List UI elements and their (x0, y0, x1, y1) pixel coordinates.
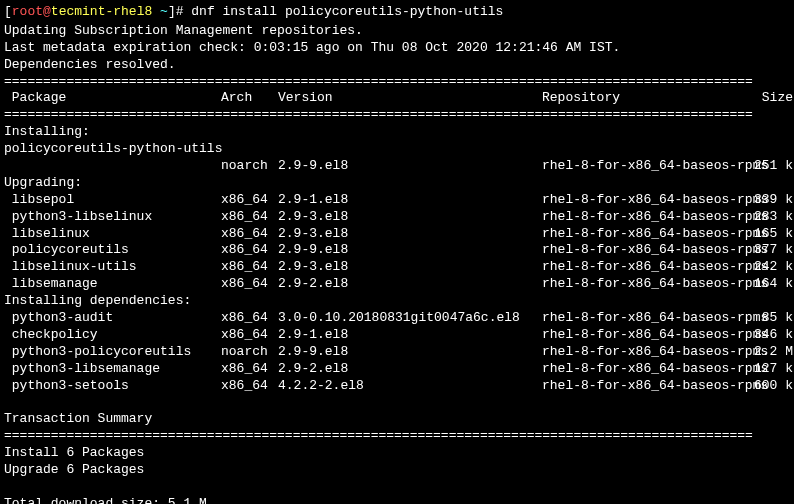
cell-repo: rhel-8-for-x86_64-baseos-rpms (542, 226, 751, 243)
cell-repo: rhel-8-for-x86_64-baseos-rpms (542, 192, 751, 209)
table-row: libselinux-utilsx86_642.9-3.el8rhel-8-fo… (4, 259, 790, 276)
header-arch: Arch (221, 90, 278, 107)
cell-package: python3-setools (4, 378, 221, 395)
cell-arch: x86_64 (221, 192, 278, 209)
shell-prompt[interactable]: [root@tecmint-rhel8 ~]# dnf install poli… (4, 4, 790, 21)
bracket-open: [ (4, 4, 12, 19)
cell-repo: rhel-8-for-x86_64-baseos-rpms (542, 209, 751, 226)
cell-arch: x86_64 (221, 276, 278, 293)
cell-version: 2.9-2.el8 (278, 276, 542, 293)
cell-version: 2.9-1.el8 (278, 327, 542, 344)
table-row: noarch 2.9-9.el8 rhel-8-for-x86_64-baseo… (4, 158, 790, 175)
cell-size: 164 k (751, 276, 793, 293)
cell-repo: rhel-8-for-x86_64-baseos-rpms (542, 259, 751, 276)
cell-size: 127 k (751, 361, 793, 378)
command-text: dnf install policycoreutils-python-utils (191, 4, 503, 19)
cell-package: python3-libsemanage (4, 361, 221, 378)
cell-arch: x86_64 (221, 242, 278, 259)
table-row: libsepolx86_642.9-1.el8rhel-8-for-x86_64… (4, 192, 790, 209)
cell-arch: noarch (221, 158, 278, 175)
cell-package (4, 158, 221, 175)
cell-arch: x86_64 (221, 378, 278, 395)
section-upgrading: Upgrading: (4, 175, 790, 192)
summary-install: Install 6 Packages (4, 445, 790, 462)
cell-repo: rhel-8-for-x86_64-baseos-rpms (542, 378, 751, 395)
section-installing-deps: Installing dependencies: (4, 293, 790, 310)
output-line: Updating Subscription Management reposit… (4, 23, 790, 40)
prompt-user: root (12, 4, 43, 19)
cell-arch: x86_64 (221, 209, 278, 226)
prompt-at: @ (43, 4, 51, 19)
cell-version: 4.2.2-2.el8 (278, 378, 542, 395)
output-line: Last metadata expiration check: 0:03:15 … (4, 40, 790, 57)
divider-line: ========================================… (4, 107, 790, 124)
table-row: libsemanagex86_642.9-2.el8rhel-8-for-x86… (4, 276, 790, 293)
cell-version: 2.9-3.el8 (278, 226, 542, 243)
cell-package: libselinux-utils (4, 259, 221, 276)
cell-arch: x86_64 (221, 327, 278, 344)
divider-line: ========================================… (4, 428, 790, 445)
cell-package: libselinux (4, 226, 221, 243)
cell-arch: noarch (221, 344, 278, 361)
cell-repo: rhel-8-for-x86_64-baseos-rpms (542, 276, 751, 293)
cell-package: checkpolicy (4, 327, 221, 344)
cell-version: 2.9-9.el8 (278, 158, 542, 175)
cell-package: libsepol (4, 192, 221, 209)
cell-repo: rhel-8-for-x86_64-baseos-rpms (542, 327, 751, 344)
cell-size: 377 k (751, 242, 793, 259)
cell-repo: rhel-8-for-x86_64-baseos-rpms (542, 344, 751, 361)
prompt-host: tecmint-rhel8 (51, 4, 152, 19)
header-version: Version (278, 90, 542, 107)
summary-download: Total download size: 5.1 M (4, 496, 790, 504)
cell-size: 165 k (751, 226, 793, 243)
cell-package: python3-audit (4, 310, 221, 327)
table-row: python3-libsemanagex86_642.9-2.el8rhel-8… (4, 361, 790, 378)
cell-package: libsemanage (4, 276, 221, 293)
cell-size: 346 k (751, 327, 793, 344)
table-row: python3-auditx86_643.0-0.10.20180831git0… (4, 310, 790, 327)
cell-arch: x86_64 (221, 226, 278, 243)
cell-size: 85 k (751, 310, 793, 327)
prompt-hash: ]# (168, 4, 184, 19)
cell-version: 2.9-3.el8 (278, 209, 542, 226)
cell-size: 242 k (751, 259, 793, 276)
cell-arch: x86_64 (221, 310, 278, 327)
cell-repo: rhel-8-for-x86_64-baseos-rpms (542, 242, 751, 259)
output-line: Dependencies resolved. (4, 57, 790, 74)
cell-arch: x86_64 (221, 361, 278, 378)
cell-version: 2.9-3.el8 (278, 259, 542, 276)
table-row: python3-libselinuxx86_642.9-3.el8rhel-8-… (4, 209, 790, 226)
cell-size: 251 k (751, 158, 793, 175)
cell-repo: rhel-8-for-x86_64-baseos-rpms (542, 158, 751, 175)
cell-version: 2.9-1.el8 (278, 192, 542, 209)
package-name-line: policycoreutils-python-utils (4, 141, 790, 158)
cell-size: 600 k (751, 378, 793, 395)
header-package: Package (4, 90, 221, 107)
table-header: Package Arch Version Repository Size (4, 90, 790, 107)
cell-arch: x86_64 (221, 259, 278, 276)
cell-version: 2.9-9.el8 (278, 242, 542, 259)
cell-version: 2.9-9.el8 (278, 344, 542, 361)
header-repository: Repository (542, 90, 751, 107)
table-row: checkpolicyx86_642.9-1.el8rhel-8-for-x86… (4, 327, 790, 344)
section-installing: Installing: (4, 124, 790, 141)
cell-size: 339 k (751, 192, 793, 209)
divider-line: ========================================… (4, 74, 790, 91)
prompt-tilde: ~ (152, 4, 168, 19)
header-size: Size (751, 90, 793, 107)
table-row: python3-policycoreutilsnoarch2.9-9.el8rh… (4, 344, 790, 361)
cell-version: 2.9-2.el8 (278, 361, 542, 378)
table-row: policycoreutilsx86_642.9-9.el8rhel-8-for… (4, 242, 790, 259)
transaction-summary-title: Transaction Summary (4, 411, 790, 428)
cell-size: 2.2 M (751, 344, 793, 361)
table-row: python3-setoolsx86_644.2.2-2.el8rhel-8-f… (4, 378, 790, 395)
cell-package: python3-libselinux (4, 209, 221, 226)
table-row: libselinuxx86_642.9-3.el8rhel-8-for-x86_… (4, 226, 790, 243)
cell-version: 3.0-0.10.20180831git0047a6c.el8 (278, 310, 542, 327)
cell-size: 283 k (751, 209, 793, 226)
cell-package: policycoreutils (4, 242, 221, 259)
cell-repo: rhel-8-for-x86_64-baseos-rpms (542, 361, 751, 378)
summary-upgrade: Upgrade 6 Packages (4, 462, 790, 479)
cell-package: python3-policycoreutils (4, 344, 221, 361)
cell-repo: rhel-8-for-x86_64-baseos-rpms (542, 310, 751, 327)
